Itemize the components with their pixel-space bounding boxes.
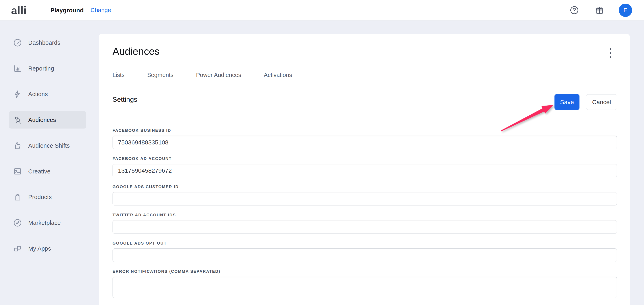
cancel-button[interactable]: Cancel bbox=[586, 94, 617, 110]
topbar-actions: E bbox=[570, 4, 632, 17]
tab-lists[interactable]: Lists bbox=[112, 72, 124, 83]
sidebar-item-actions[interactable]: Actions bbox=[9, 85, 86, 103]
sidebar-item-dashboards[interactable]: Dashboards bbox=[9, 34, 86, 51]
topbar: alli Playground Change E bbox=[0, 0, 644, 20]
alli-logo: alli bbox=[11, 4, 26, 16]
people-icon bbox=[13, 115, 22, 124]
change-workspace-link[interactable]: Change bbox=[90, 7, 111, 13]
field-label: FACEBOOK BUSINESS ID bbox=[112, 128, 617, 133]
thumbs-up-icon bbox=[13, 141, 22, 150]
tab-power-audiences[interactable]: Power Audiences bbox=[196, 72, 241, 83]
field-error-notifications: ERROR NOTIFICATIONS (COMMA SEPARATED) bbox=[112, 269, 617, 298]
facebook-ad-account-input[interactable] bbox=[112, 164, 617, 177]
bar-chart-icon bbox=[13, 64, 22, 73]
field-facebook-ad-account: FACEBOOK AD ACCOUNT bbox=[112, 156, 617, 177]
gift-icon[interactable] bbox=[595, 5, 604, 15]
facebook-business-id-input[interactable] bbox=[112, 136, 617, 149]
tab-activations[interactable]: Activations bbox=[264, 72, 292, 83]
sidebar-item-my-apps[interactable]: My Apps bbox=[9, 240, 86, 257]
google-ads-customer-id-input[interactable] bbox=[112, 192, 617, 206]
field-label: GOOGLE ADS CUSTOMER ID bbox=[112, 185, 617, 189]
sidebar-item-label: My Apps bbox=[28, 245, 51, 252]
sidebar-item-label: Creative bbox=[28, 168, 50, 175]
sidebar-item-label: Audiences bbox=[28, 117, 56, 123]
image-icon bbox=[13, 167, 22, 176]
tab-bar: Lists Segments Power Audiences Activatio… bbox=[112, 72, 292, 83]
blocks-icon bbox=[13, 244, 22, 253]
topbar-divider bbox=[38, 4, 38, 17]
audiences-card: Audiences Lists Segments Power Audiences… bbox=[99, 34, 630, 305]
tabs-divider bbox=[99, 85, 630, 85]
sidebar-item-label: Actions bbox=[28, 91, 48, 97]
field-label: ERROR NOTIFICATIONS (COMMA SEPARATED) bbox=[112, 269, 617, 274]
field-label: GOOGLE ADS OPT OUT bbox=[112, 241, 617, 246]
field-facebook-business-id: FACEBOOK BUSINESS ID bbox=[112, 128, 617, 149]
sidebar-item-label: Products bbox=[28, 194, 52, 200]
sidebar-item-products[interactable]: Products bbox=[9, 188, 86, 206]
sidebar-item-audiences[interactable]: Audiences bbox=[9, 111, 86, 129]
help-circle-icon[interactable] bbox=[570, 5, 579, 15]
field-google-ads-opt-out: GOOGLE ADS OPT OUT bbox=[112, 241, 617, 262]
field-label: FACEBOOK AD ACCOUNT bbox=[112, 156, 617, 161]
sidebar-item-audience-shifts[interactable]: Audience Shifts bbox=[9, 137, 86, 154]
user-avatar[interactable]: E bbox=[619, 4, 632, 17]
sidebar-nav: Dashboards Reporting Actions Audiences A… bbox=[0, 20, 93, 305]
save-button[interactable]: Save bbox=[554, 94, 580, 110]
page-title: Audiences bbox=[112, 45, 160, 57]
sidebar-item-label: Reporting bbox=[28, 65, 54, 72]
sidebar-item-label: Audience Shifts bbox=[28, 142, 70, 149]
lightning-icon bbox=[13, 89, 22, 99]
workspace-name: Playground bbox=[50, 7, 84, 14]
gauge-icon bbox=[13, 38, 22, 47]
kebab-menu-icon[interactable] bbox=[606, 46, 615, 60]
sidebar-item-reporting[interactable]: Reporting bbox=[9, 60, 86, 77]
field-label: TWITTER AD ACCOUNT IDS bbox=[112, 213, 617, 217]
sidebar-item-label: Marketplace bbox=[28, 220, 61, 226]
logo-wrap: alli bbox=[0, 4, 38, 16]
field-twitter-ad-account-ids: TWITTER AD ACCOUNT IDS bbox=[112, 213, 617, 234]
sidebar-item-label: Dashboards bbox=[28, 39, 60, 46]
settings-section-title: Settings bbox=[112, 95, 137, 103]
field-google-ads-customer-id: GOOGLE ADS CUSTOMER ID bbox=[112, 185, 617, 206]
avatar-initial: E bbox=[624, 7, 628, 14]
error-notifications-textarea[interactable] bbox=[112, 277, 617, 298]
compass-icon bbox=[13, 218, 22, 228]
sidebar-item-creative[interactable]: Creative bbox=[9, 163, 86, 180]
tab-segments[interactable]: Segments bbox=[147, 72, 174, 83]
shopping-bag-icon bbox=[13, 192, 22, 202]
twitter-ad-account-ids-input[interactable] bbox=[112, 220, 617, 234]
sidebar-item-marketplace[interactable]: Marketplace bbox=[9, 214, 86, 232]
google-ads-opt-out-input[interactable] bbox=[112, 248, 617, 262]
